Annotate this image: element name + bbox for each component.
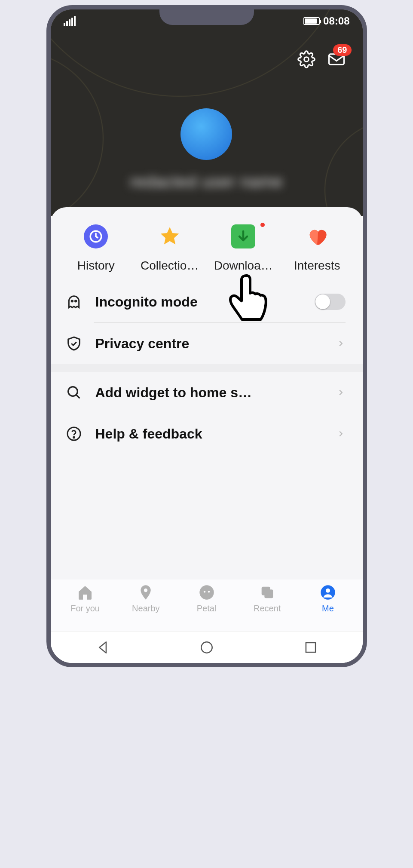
svg-point-10 [203,591,205,592]
inbox-button[interactable]: 69 [327,50,346,68]
battery-icon [303,17,320,25]
quick-downloads[interactable]: Downloa… [207,224,281,273]
quick-label: Interests [294,259,340,273]
help-label: Help & feedback [95,426,323,442]
download-icon [231,224,255,248]
incognito-mode-row[interactable]: Incognito mode [51,281,363,322]
incognito-label: Incognito mode [95,294,302,310]
svg-point-9 [199,585,214,599]
search-icon [65,384,83,401]
privacy-centre-row[interactable]: Privacy centre [51,323,363,364]
recents-button[interactable] [303,639,319,656]
nav-label: Recent [254,604,281,613]
home-button[interactable] [199,639,215,656]
incognito-toggle[interactable] [315,294,346,310]
svg-point-3 [71,301,73,302]
svg-point-8 [144,589,147,592]
nav-me[interactable]: Me [297,584,358,631]
svg-rect-13 [264,589,273,598]
clock-icon [84,224,108,248]
svg-point-11 [208,591,209,592]
quick-label: History [77,259,115,273]
svg-point-15 [326,589,330,593]
help-feedback-row[interactable]: Help & feedback [51,413,363,454]
heart-icon [305,224,329,248]
settings-button[interactable] [297,50,315,68]
face-icon [198,584,215,601]
phone-frame: 08:08 69 redacted user name History [46,5,367,667]
nav-label: Me [322,604,334,613]
gear-icon [297,50,315,68]
add-widget-row[interactable]: Add widget to home s… [51,372,363,413]
star-icon [158,224,182,248]
svg-point-4 [75,301,76,302]
nav-label: For you [70,604,100,613]
quick-collections[interactable]: Collectio… [133,224,207,273]
quick-interests[interactable]: Interests [280,224,354,273]
signal-icon [64,16,76,26]
nav-label: Petal [197,604,217,613]
quick-label: Collectio… [141,259,199,273]
privacy-label: Privacy centre [95,336,323,352]
status-time: 08:08 [323,15,349,27]
notification-dot-icon [260,223,265,227]
username: redacted user name [130,173,283,191]
svg-rect-17 [306,642,315,652]
add-widget-label: Add widget to home s… [95,385,323,401]
nav-recent[interactable]: Recent [237,584,297,631]
home-icon [76,584,94,601]
pin-icon [137,584,154,601]
person-icon [319,584,337,601]
svg-point-7 [73,437,74,438]
inbox-badge: 69 [333,44,351,56]
quick-history[interactable]: History [59,224,133,273]
quick-actions-row: History Collectio… Downloa… Interests [51,224,363,281]
system-nav [51,631,363,663]
chevron-right-icon [336,339,346,348]
notch [159,9,254,25]
section-gap [51,364,363,372]
help-icon [65,425,83,442]
avatar[interactable] [180,108,232,160]
svg-point-0 [304,57,309,62]
bottom-nav: For you Nearby Petal Recent Me [51,580,363,631]
chevron-right-icon [336,429,346,439]
nav-for-you[interactable]: For you [55,584,116,631]
shield-check-icon [65,335,83,352]
profile-header: 69 redacted user name [51,9,363,216]
nav-nearby[interactable]: Nearby [116,584,176,631]
svg-point-16 [201,642,212,653]
nav-petal[interactable]: Petal [176,584,237,631]
ghost-icon [65,293,83,310]
back-button[interactable] [95,639,111,656]
svg-point-5 [68,387,77,396]
quick-label: Downloa… [214,259,273,273]
nav-label: Nearby [132,604,159,613]
stack-icon [259,584,276,601]
chevron-right-icon [336,388,346,397]
